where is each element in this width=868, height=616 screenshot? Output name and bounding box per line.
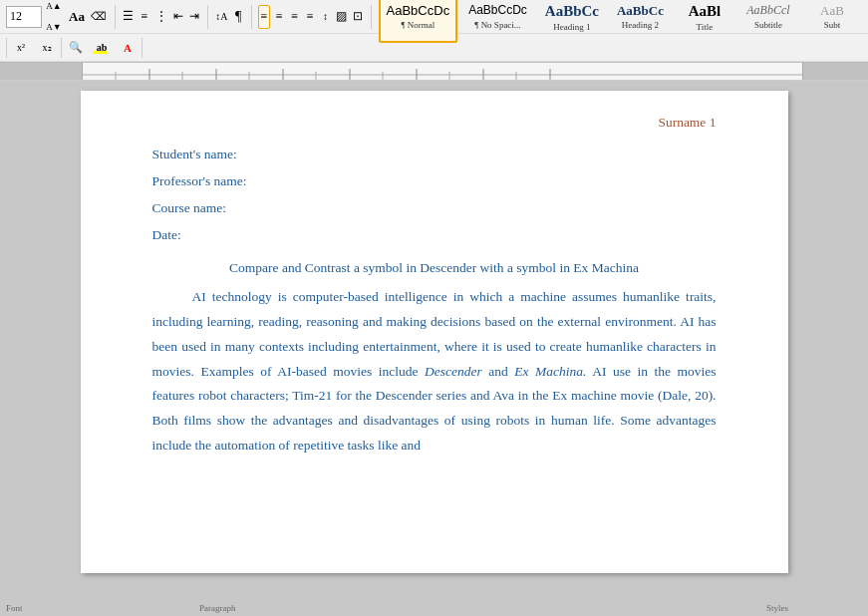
professor-name-label: Professor's name:	[152, 167, 717, 194]
style-subtitle-preview: AaBbCcl	[746, 3, 789, 17]
style-title[interactable]: AaBl Title	[675, 0, 734, 43]
style-subtitle[interactable]: AaBbCcl Subtitle	[738, 0, 798, 43]
document-page[interactable]: Surname 1 Student's name: Professor's na…	[81, 91, 788, 573]
numbered-list-button[interactable]: ≡	[139, 5, 149, 29]
bullet-list-button[interactable]: ☰	[122, 5, 135, 29]
student-name-label: Student's name:	[152, 141, 717, 167]
styles-gallery: AaBbCcDc ¶ Normal AaBbCcDc ¶ No Spaci...…	[379, 0, 862, 43]
border-button[interactable]: ⊡	[352, 5, 364, 29]
page-area: Surname 1 Student's name: Professor's na…	[0, 81, 868, 583]
align-center-button[interactable]: ≡	[274, 5, 285, 29]
style-heading1[interactable]: AaBbCc Heading 1	[538, 0, 606, 43]
style-no-spacing[interactable]: AaBbCcDc ¶ No Spaci...	[461, 0, 534, 43]
find-button[interactable]: 🔍	[64, 36, 88, 60]
style-subt2[interactable]: AaB Subt	[802, 0, 862, 43]
style-normal-preview: AaBbCcDc	[387, 3, 450, 19]
multilevel-list-button[interactable]: ⋮	[154, 5, 168, 29]
shading-button[interactable]: ▨	[335, 5, 348, 29]
style-heading1-preview: AaBbCc	[545, 2, 599, 20]
style-normal-label: ¶ Normal	[401, 20, 434, 30]
sort-button[interactable]: ↕A	[214, 5, 228, 29]
style-nospace-preview: AaBbCcDc	[468, 3, 527, 17]
body-italic-1: Descender	[425, 364, 482, 379]
style-nospace-label: ¶ No Spaci...	[474, 20, 520, 30]
subscript-button[interactable]: x₂	[35, 36, 59, 60]
align-justify-button[interactable]: ≡	[304, 5, 315, 29]
superscript-button[interactable]: x²	[9, 36, 33, 60]
body-and-text: and	[488, 364, 508, 379]
sep-para	[142, 38, 143, 58]
style-heading2-label: Heading 2	[622, 20, 659, 30]
line-spacing-button[interactable]: ↕	[320, 5, 331, 29]
increase-indent-button[interactable]: ⇥	[188, 5, 200, 29]
page-header: Surname 1	[152, 111, 717, 135]
ruler-active-area	[82, 63, 803, 81]
sep-font	[6, 38, 7, 58]
font-grow-button[interactable]: A▲	[44, 0, 64, 16]
font-size-input[interactable]: 12	[6, 6, 42, 28]
essay-title: Compare and Contrast a symbol in Descend…	[152, 256, 717, 280]
highlight-color-bar	[93, 51, 107, 54]
ribbon-row-1: 12 A▲ A▼ Aa ⌫ ☰ ≡ ⋮ ⇤ ⇥ ↕A ¶ ≡ ≡ ≡ ≡ ↕ ▨…	[0, 0, 868, 34]
style-normal[interactable]: AaBbCcDc ¶ Normal	[379, 0, 458, 43]
course-name-label: Course name:	[152, 194, 717, 221]
font-shrink-button[interactable]: A▼	[44, 17, 64, 37]
body-italic-2: Ex Machina.	[514, 364, 586, 379]
align-right-button[interactable]: ≡	[289, 5, 300, 29]
style-heading2[interactable]: AaBbCc Heading 2	[610, 0, 671, 43]
font-color-icon: A	[124, 42, 132, 54]
font-case-button[interactable]: Aa	[68, 5, 86, 29]
decrease-indent-button[interactable]: ⇤	[172, 5, 184, 29]
style-title-preview: AaBl	[689, 2, 722, 20]
ribbon: 12 A▲ A▼ Aa ⌫ ☰ ≡ ⋮ ⇤ ⇥ ↕A ¶ ≡ ≡ ≡ ≡ ↕ ▨…	[0, 0, 868, 63]
style-heading1-label: Heading 1	[553, 22, 590, 32]
paragraph-mark-button[interactable]: ¶	[232, 5, 243, 29]
style-title-label: Title	[697, 22, 714, 32]
body-paragraph-1: AI technology is computer-based intellig…	[152, 285, 717, 460]
ruler-ticks	[83, 63, 802, 81]
style-subt2-label: Subt	[824, 20, 841, 30]
date-label: Date:	[152, 221, 717, 248]
sep-font2	[61, 38, 62, 58]
highlight-button[interactable]: ab	[90, 36, 114, 60]
align-left-button[interactable]: ≡	[258, 5, 269, 29]
essay-body[interactable]: AI technology is computer-based intellig…	[152, 285, 717, 460]
clear-format-button[interactable]: ⌫	[90, 5, 108, 29]
style-subt2-preview: AaB	[820, 3, 844, 19]
style-heading2-preview: AaBbCc	[617, 3, 664, 19]
font-color-button[interactable]: A	[116, 36, 140, 60]
style-subtitle-label: Subtitle	[754, 20, 782, 30]
ruler	[0, 63, 868, 81]
